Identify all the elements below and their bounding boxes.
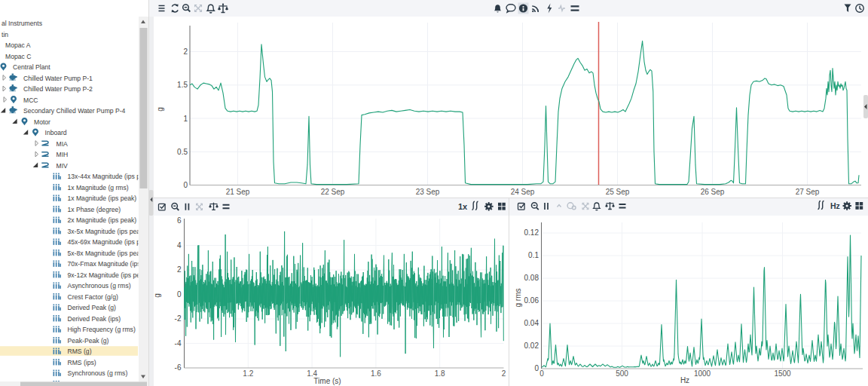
svg-text:21 Sep: 21 Sep	[226, 188, 250, 196]
svg-text:1x Magnitude (ips peak): 1x Magnitude (ips peak)	[68, 195, 137, 202]
svg-text:MCC: MCC	[23, 96, 38, 104]
svg-text:Chilled Water Pump P-2: Chilled Water Pump P-2	[23, 85, 93, 93]
svg-text:g: g	[154, 293, 161, 298]
svg-text:25 Sep: 25 Sep	[606, 188, 630, 196]
svg-text:2x Magnitude (ips peak): 2x Magnitude (ips peak)	[68, 216, 137, 224]
svg-text:4: 4	[176, 241, 181, 250]
svg-text:0.5: 0.5	[177, 148, 188, 156]
svg-text:0: 0	[183, 181, 188, 189]
svg-text:MIA: MIA	[57, 140, 69, 148]
svg-text:1.2: 1.2	[243, 369, 253, 378]
svg-text:1x: 1x	[458, 202, 468, 211]
svg-text:13x-44x Magnitude (ips peak): 13x-44x Magnitude (ips peak)	[68, 173, 150, 180]
svg-text:RMS (ips): RMS (ips)	[68, 359, 96, 366]
svg-text:0: 0	[539, 369, 544, 378]
svg-text:2: 2	[183, 47, 188, 56]
svg-text:1000: 1000	[694, 369, 711, 378]
svg-text:2: 2	[176, 265, 181, 274]
svg-text:9x-12x Magnitude (ips peak): 9x-12x Magnitude (ips peak)	[68, 271, 150, 279]
svg-text:Time (s): Time (s)	[313, 377, 341, 385]
svg-text:26 Sep: 26 Sep	[701, 188, 725, 196]
svg-text:al Instruments: al Instruments	[2, 20, 42, 27]
svg-text:1x Phase (degree): 1x Phase (degree)	[68, 206, 121, 213]
svg-text:0.08: 0.08	[524, 274, 539, 282]
svg-text:Derived Peak (g): Derived Peak (g)	[68, 304, 117, 311]
svg-text:5x-8x Magnitude (ips peak): 5x-8x Magnitude (ips peak)	[68, 250, 146, 257]
svg-text:tin: tin	[2, 31, 8, 38]
svg-text:23 Sep: 23 Sep	[416, 188, 440, 196]
svg-text:1.5: 1.5	[177, 81, 188, 89]
svg-text:Derived Peak (ips): Derived Peak (ips)	[68, 315, 121, 323]
svg-text:g: g	[156, 107, 164, 112]
svg-text:-4: -4	[174, 339, 181, 348]
svg-text:1: 1	[183, 115, 188, 123]
svg-text:45x-69x Magnitude (ips peak): 45x-69x Magnitude (ips peak)	[68, 238, 150, 246]
svg-text:0.02: 0.02	[524, 342, 539, 350]
svg-text:Inboard: Inboard	[45, 129, 67, 136]
svg-text:Crest Factor (g/g): Crest Factor (g/g)	[68, 293, 118, 301]
svg-text:Chilled Water Pump P-1: Chilled Water Pump P-1	[23, 75, 93, 82]
svg-text:-2: -2	[174, 314, 181, 323]
svg-text:24 Sep: 24 Sep	[511, 188, 535, 196]
svg-text:High Frequency (g rms): High Frequency (g rms)	[68, 326, 136, 333]
svg-text:Mopac C: Mopac C	[5, 53, 31, 60]
svg-text:Central Plant: Central Plant	[13, 63, 50, 71]
svg-text:Mopac A: Mopac A	[5, 41, 31, 49]
svg-text:0.1: 0.1	[528, 251, 539, 259]
svg-text:0: 0	[176, 290, 181, 299]
svg-text:Motor: Motor	[34, 118, 50, 126]
svg-text:0: 0	[534, 364, 539, 372]
svg-text:2: 2	[501, 369, 506, 378]
svg-text:Asynchronous (g rms): Asynchronous (g rms)	[68, 282, 131, 290]
svg-text:MIV: MIV	[57, 162, 69, 170]
svg-text:-6: -6	[174, 363, 181, 372]
svg-text:500: 500	[616, 369, 628, 378]
svg-text:6: 6	[176, 216, 181, 225]
svg-text:Peak-Peak (g): Peak-Peak (g)	[68, 337, 109, 345]
svg-text:g rms: g rms	[514, 289, 522, 308]
svg-text:1x Magnitude (g rms): 1x Magnitude (g rms)	[68, 184, 129, 191]
svg-text:1.8: 1.8	[434, 369, 445, 378]
svg-text:70x-Fmax Magnitude (ips peak): 70x-Fmax Magnitude (ips peak)	[68, 260, 150, 268]
svg-text:0.06: 0.06	[524, 296, 539, 305]
svg-text:0.04: 0.04	[524, 319, 539, 327]
svg-text:3x-5x Magnitude (ips peak): 3x-5x Magnitude (ips peak)	[68, 228, 146, 235]
svg-text:Hz: Hz	[830, 201, 840, 210]
svg-text:0.12: 0.12	[524, 228, 539, 237]
svg-text:Secondary Chilled Water Pump P: Secondary Chilled Water Pump P-4	[23, 107, 126, 115]
svg-text:RMS (g): RMS (g)	[68, 348, 92, 355]
svg-text:MIH: MIH	[57, 151, 69, 158]
svg-text:1500: 1500	[774, 369, 791, 378]
svg-text:Synchronous (g rms): Synchronous (g rms)	[68, 369, 128, 377]
svg-text:22 Sep: 22 Sep	[321, 188, 345, 196]
svg-text:Hz: Hz	[680, 376, 689, 384]
svg-text:27 Sep: 27 Sep	[796, 188, 820, 196]
svg-text:1.6: 1.6	[370, 369, 381, 378]
